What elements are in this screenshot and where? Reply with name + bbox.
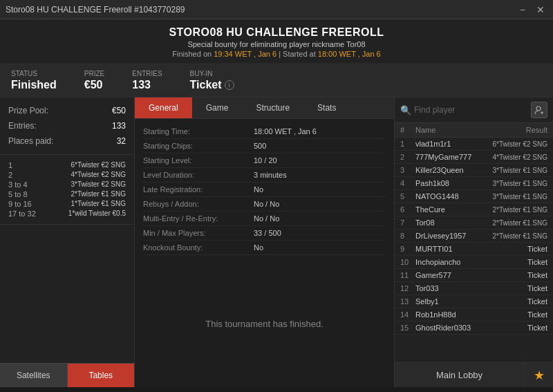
prize-pool-label: Prize Pool:	[8, 106, 48, 115]
buyin-info-icon[interactable]: i	[225, 80, 234, 90]
right-panel: 🔍 # Name Result 1vlad1m1r16*Twister €2 S…	[394, 97, 553, 387]
place-range: 9 to 16	[8, 200, 39, 208]
info-row: Late Registration:No	[143, 183, 386, 197]
place-range: 5 to 8	[8, 190, 39, 198]
tables-button[interactable]: Tables	[68, 363, 135, 387]
player-result: Ticket	[499, 284, 547, 292]
tab-game[interactable]: Game	[192, 97, 243, 118]
player-result: 4*Twister €2 SNG	[493, 153, 547, 161]
window-controls: − ✕	[517, 4, 547, 15]
place-prize: 2*Twister €1 SNG	[71, 190, 126, 198]
left-bottom-buttons: Satellites Tables	[0, 363, 134, 387]
player-result: Ticket	[499, 245, 547, 253]
info-key: Starting Level:	[143, 156, 254, 165]
player-result: Ticket	[499, 258, 547, 266]
finished-label: Finished on	[172, 50, 212, 58]
search-input[interactable]	[414, 105, 528, 115]
tournament-subtitle: Special bounty for eliminating player ni…	[0, 40, 553, 48]
entries-value: 133	[132, 79, 162, 91]
title-bar: Storo08 HU CHALLENGE Freeroll #104377028…	[0, 0, 553, 19]
player-name: Tor033	[415, 284, 499, 292]
player-name: NATOG1448	[415, 192, 493, 200]
player-name: DrLivesey1957	[415, 232, 493, 240]
place-range: 3 to 4	[8, 180, 39, 189]
prize-value: €50	[84, 79, 104, 91]
info-row: Multi-Entry / Re-Entry:No / No	[143, 212, 386, 226]
player-num: 7	[400, 218, 415, 227]
close-button[interactable]: ✕	[534, 4, 547, 15]
finished-time: 19:34 WET , Jan 6	[214, 50, 276, 58]
info-value: 10 / 20	[254, 156, 277, 165]
search-bar: 🔍	[395, 97, 553, 123]
player-row[interactable]: 15GhostRider0303Ticket	[395, 321, 553, 335]
player-num: 8	[400, 232, 415, 240]
player-row[interactable]: 4Pash1k083*Twister €1 SNG	[395, 177, 553, 190]
main-lobby-button[interactable]: Main Lobby	[395, 363, 524, 387]
started-label: | Started at	[279, 50, 316, 58]
player-num: 10	[400, 258, 415, 266]
info-key: Starting Time:	[143, 127, 254, 136]
info-value: 18:00 WET , Jan 6	[254, 127, 317, 136]
place-prize: 3*Twister €2 SNG	[71, 180, 126, 189]
main-content: Prize Pool: €50 Entries: 133 Places paid…	[0, 97, 553, 387]
player-name: Gamer577	[415, 271, 499, 279]
player-name: Inchopiancho	[415, 258, 499, 266]
entries-row-value: 133	[112, 121, 126, 131]
player-result: Ticket	[499, 324, 547, 332]
player-num: 12	[400, 284, 415, 292]
info-row: Min / Max Players:33 / 500	[143, 226, 386, 241]
tab-bar: GeneralGameStructureStats	[135, 97, 394, 119]
satellites-button[interactable]: Satellites	[0, 363, 68, 387]
entries-stat: Entries 133	[132, 70, 162, 91]
player-row[interactable]: 13Selby1Ticket	[395, 295, 553, 308]
tab-general[interactable]: General	[135, 97, 192, 118]
places-paid-label: Places paid:	[8, 136, 53, 146]
info-key: Starting Chips:	[143, 142, 254, 150]
middle-panel: GeneralGameStructureStats Starting Time:…	[135, 97, 394, 387]
player-row[interactable]: 9MURTTI01Ticket	[395, 243, 553, 256]
col-name-header: Name	[415, 126, 499, 134]
place-row: 16*Twister €2 SNG	[8, 160, 126, 170]
player-row[interactable]: 8DrLivesey19572*Twister €1 SNG	[395, 230, 553, 243]
buyin-value-container: Ticket i	[190, 79, 234, 91]
player-row[interactable]: 10InchopianchoTicket	[395, 256, 553, 269]
place-prize: 4*Twister €2 SNG	[71, 171, 126, 179]
player-num: 1	[400, 140, 415, 148]
player-row[interactable]: 6TheCure2*Twister €1 SNG	[395, 203, 553, 216]
player-row[interactable]: 12Tor033Ticket	[395, 282, 553, 295]
info-key: Rebuys / Addon:	[143, 200, 254, 208]
entries-label: Entries	[132, 70, 162, 77]
info-row: Rebuys / Addon:No / No	[143, 197, 386, 212]
info-value: No	[254, 243, 263, 252]
place-range: 1	[8, 161, 39, 169]
star-button[interactable]: ★	[524, 363, 553, 387]
col-hash-header: #	[400, 126, 415, 134]
player-row[interactable]: 2777MyGame7774*Twister €2 SNG	[395, 151, 553, 164]
player-name: Pash1k08	[415, 179, 493, 187]
player-name: GhostRider0303	[415, 324, 499, 332]
info-row: Level Duration:3 minutes	[143, 168, 386, 183]
status-label: Status	[11, 70, 57, 77]
minimize-button[interactable]: −	[517, 4, 528, 15]
player-result: 3*Twister €1 SNG	[493, 180, 547, 187]
player-num: 13	[400, 297, 415, 306]
place-row: 5 to 82*Twister €1 SNG	[8, 189, 126, 199]
place-row: 24*Twister €2 SNG	[8, 170, 126, 180]
player-row[interactable]: 5NATOG14483*Twister €1 SNG	[395, 190, 553, 203]
player-row[interactable]: 1vlad1m1r16*Twister €2 SNG	[395, 138, 553, 151]
info-row: Starting Chips:500	[143, 139, 386, 153]
player-row[interactable]: 7Tor082*Twister €1 SNG	[395, 216, 553, 230]
player-num: 6	[400, 205, 415, 214]
player-row[interactable]: 14Rob1nH88dTicket	[395, 308, 553, 321]
places-paid-value: 32	[117, 136, 126, 146]
finished-message: This tournament has finished.	[135, 261, 394, 387]
player-num: 4	[400, 179, 415, 187]
entries-row-label: Entries:	[8, 121, 37, 131]
player-name: Rob1nH88d	[415, 310, 499, 319]
tab-stats[interactable]: Stats	[303, 97, 350, 118]
add-player-button[interactable]	[531, 102, 547, 118]
player-list: 1vlad1m1r16*Twister €2 SNG2777MyGame7774…	[395, 138, 553, 362]
player-row[interactable]: 3Killer23Queen3*Twister €1 SNG	[395, 164, 553, 177]
tab-structure[interactable]: Structure	[242, 97, 303, 118]
player-row[interactable]: 11Gamer577Ticket	[395, 269, 553, 282]
